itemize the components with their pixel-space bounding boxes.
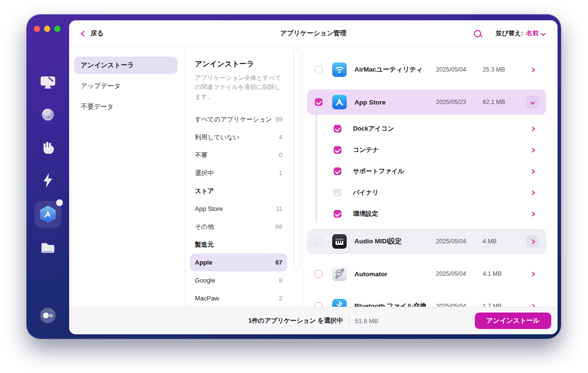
subitem-checkbox[interactable] (334, 210, 341, 218)
chevron-right-icon (530, 67, 535, 72)
nav-item-updater[interactable]: アップデータ (74, 77, 177, 95)
sort-dropdown[interactable]: 並び替え: 名前 (496, 29, 545, 38)
app-sidebar (27, 15, 69, 339)
automator-app-icon (332, 267, 347, 281)
search-icon[interactable] (474, 30, 481, 37)
expand-button[interactable] (526, 268, 539, 280)
filter-group-store: ストア (190, 182, 287, 200)
subitem-preferences[interactable]: 環境設定 (307, 203, 546, 224)
chevron-right-icon (530, 239, 535, 244)
subitem-checkbox[interactable] (334, 146, 341, 154)
app-date: 2025/05/04 (427, 66, 466, 73)
app-row-automator[interactable]: Automator 2025/05/04 4.1 MB (307, 261, 546, 286)
filter-item-other[interactable]: その他 88 (190, 218, 287, 236)
filter-item-selected[interactable]: 選択中 1 (190, 164, 287, 182)
nav-item-leftovers[interactable]: 不要データ (74, 98, 177, 116)
nav-item-label: アンインストーラ (81, 61, 134, 70)
appstore-subitems: Dockアイコン コンテナ サポートファイル (307, 115, 546, 229)
sidebar-item-protection[interactable] (40, 107, 56, 125)
app-name: Automator (354, 270, 427, 278)
sidebar-item-performance[interactable] (40, 139, 56, 158)
app-date: 2025/05/04 (427, 238, 466, 245)
expand-button[interactable] (526, 186, 539, 199)
audio-midi-app-icon (332, 234, 347, 249)
chevron-right-icon (530, 169, 535, 174)
module-nav: アンインストーラ アップデータ 不要データ (69, 47, 185, 334)
app-row-airmac[interactable]: AirMacユーティリティ 2025/05/04 25.3 MB (307, 57, 546, 82)
app-name: AirMacユーティリティ (354, 65, 427, 74)
app-checkbox[interactable] (315, 66, 323, 74)
filter-heading: アンインストーラ (195, 60, 293, 69)
uninstall-button[interactable]: アンインストール (475, 313, 551, 329)
filter-description: アプリケーション全体とすべての関連ファイルを適切に削除します。 (195, 74, 286, 102)
subitem-container[interactable]: コンテナ (307, 139, 546, 161)
expand-button[interactable] (526, 235, 539, 248)
selection-size: 51.8 MB (355, 317, 378, 325)
page-title: アプリケーション管理 (280, 29, 346, 38)
panel-header: 戻る アプリケーション管理 並び替え: 名前 (69, 20, 558, 47)
sidebar-item-cleanup[interactable] (39, 75, 57, 92)
back-chevron-icon (81, 30, 87, 37)
filter-item-appstore[interactable]: App Store 11 (190, 200, 287, 218)
applications-icon (39, 206, 57, 223)
sidebar-item-assistant[interactable] (40, 307, 56, 326)
filter-item-macpaw[interactable]: MacPaw 2 (190, 289, 287, 307)
subitem-dock-icon[interactable]: Dockアイコン (307, 118, 546, 139)
divider (349, 317, 349, 325)
app-checkbox[interactable] (315, 270, 323, 278)
scrollbar[interactable] (294, 48, 300, 269)
nav-item-uninstaller[interactable]: アンインストーラ (74, 57, 177, 74)
app-size: 25.3 MB (483, 66, 519, 73)
orb-icon (40, 116, 56, 124)
subitem-checkbox[interactable] (334, 167, 341, 175)
chevron-right-icon (530, 271, 535, 276)
app-checkbox[interactable] (315, 238, 323, 245)
app-size: 4.1 MB (483, 270, 519, 277)
notification-dot (56, 199, 63, 206)
subitem-support-files[interactable]: サポートファイル (307, 161, 546, 182)
app-date: 2025/05/23 (427, 99, 466, 105)
app-row-appstore[interactable]: App Store 2025/05/23 62.1 MB (307, 90, 546, 115)
app-name: Audio MIDI設定 (354, 237, 427, 246)
subitem-binary[interactable]: バイナリ (307, 182, 546, 203)
app-size: 62.1 MB (483, 99, 519, 105)
expand-button[interactable] (526, 122, 539, 135)
app-row-audio-midi[interactable]: Audio MIDI設定 2025/05/04 4 MB (307, 229, 546, 254)
assistant-avatar-icon (40, 317, 56, 325)
chevron-right-icon (530, 190, 535, 195)
filter-item-unused[interactable]: 利用していない 4 (190, 128, 287, 146)
content-panel: 戻る アプリケーション管理 並び替え: 名前 アンインストーラ アップデータ (69, 20, 558, 334)
subitem-checkbox[interactable] (334, 125, 341, 133)
expand-button[interactable] (526, 165, 539, 178)
expand-button[interactable] (526, 63, 539, 76)
app-window: 戻る アプリケーション管理 並び替え: 名前 アンインストーラ アップデータ (27, 15, 561, 339)
chevron-right-icon (530, 211, 535, 216)
sidebar-item-speed[interactable] (42, 173, 54, 190)
nav-item-label: 不要データ (81, 103, 114, 111)
filter-item-suspicious[interactable]: 不審 0 (190, 146, 287, 164)
filter-item-all[interactable]: すべてのアプリケーション 99 (190, 110, 287, 128)
chevron-down-icon (530, 100, 535, 104)
expand-button[interactable] (526, 144, 539, 156)
app-date: 2025/05/04 (427, 270, 466, 277)
sort-value: 名前 (526, 29, 539, 38)
collapse-button[interactable] (526, 96, 539, 108)
back-label: 戻る (90, 29, 103, 38)
app-checkbox[interactable] (315, 98, 323, 106)
nav-item-label: アップデータ (81, 82, 121, 90)
sidebar-item-files[interactable] (39, 240, 57, 257)
subitem-checkbox-disabled (334, 189, 341, 196)
hand-icon (40, 149, 56, 157)
expand-button[interactable] (526, 208, 539, 220)
app-list: AirMacユーティリティ 2025/05/04 25.3 MB (303, 47, 558, 334)
airport-utility-app-icon (332, 62, 347, 77)
app-size: 4 MB (483, 238, 519, 245)
sidebar-item-applications[interactable] (34, 201, 61, 228)
filter-list: すべてのアプリケーション 99 利用していない 4 不審 0 選択中 1 (185, 110, 303, 307)
chevron-right-icon (530, 126, 535, 131)
folder-icon (39, 249, 57, 257)
filter-item-google[interactable]: Google 8 (190, 271, 287, 289)
footer-bar: 1件のアプリケーション を選択中 51.8 MB アンインストール (69, 307, 558, 334)
filter-item-apple[interactable]: Apple 67 (190, 254, 287, 271)
back-button[interactable]: 戻る (82, 29, 103, 38)
